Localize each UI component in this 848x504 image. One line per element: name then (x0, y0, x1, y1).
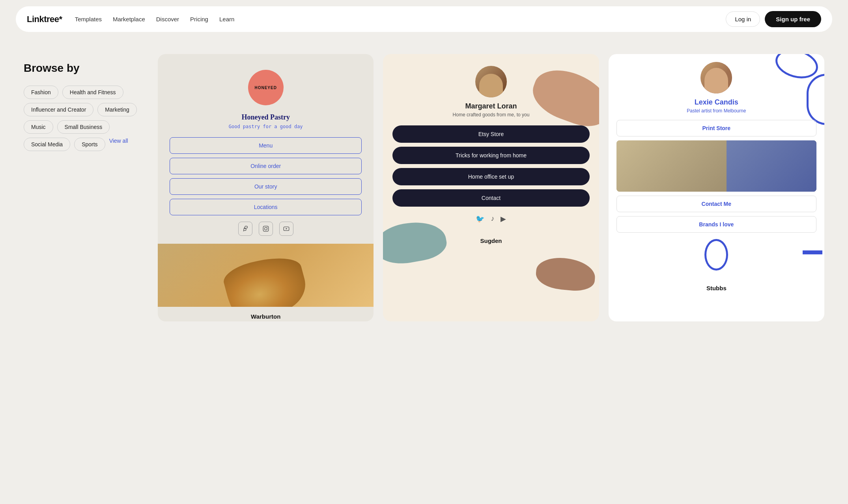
tag-list: Fashion Health and Fitness Influencer an… (24, 86, 142, 151)
navbar: Linktree* Templates Marketplace Discover… (16, 6, 832, 32)
honeyed-logo: HONEYED (248, 70, 284, 105)
tag-fashion[interactable]: Fashion (24, 86, 58, 99)
nav-link-templates[interactable]: Templates (75, 16, 102, 22)
card-2-btn-contact[interactable]: Contact (392, 189, 589, 207)
sidebar: Browse by Fashion Health and Fitness Inf… (24, 54, 142, 151)
tag-small-business[interactable]: Small Business (57, 120, 110, 134)
card-2-inner: Margaret Loran Home crafted goods from m… (383, 54, 599, 231)
card-warburton: HONEYED Honeyed Pastry Good pastry for a… (158, 54, 374, 321)
browse-title: Browse by (24, 62, 142, 75)
svg-point-2 (267, 227, 267, 228)
nav-link-discover[interactable]: Discover (156, 16, 179, 22)
youtube-icon-2[interactable]: ▶ (501, 215, 506, 223)
card-1-inner: HONEYED Honeyed Pastry Good pastry for a… (158, 54, 374, 244)
nav-links: Templates Marketplace Discover Pricing L… (75, 16, 714, 22)
tag-marketing[interactable]: Marketing (97, 103, 136, 116)
logo: Linktree* (27, 14, 62, 24)
tag-music[interactable]: Music (24, 120, 53, 134)
card-3-btn-contact[interactable]: Contact Me (616, 196, 816, 212)
svg-point-1 (264, 228, 267, 230)
login-button[interactable]: Log in (726, 11, 760, 27)
scribble-oval (704, 239, 728, 271)
card-2-footer: Sugden (383, 231, 599, 246)
card-sugden: Margaret Loran Home crafted goods from m… (383, 54, 599, 321)
card-3-footer: Stubbs (609, 278, 824, 293)
svg-rect-0 (263, 226, 268, 231)
nav-link-marketplace[interactable]: Marketplace (113, 16, 145, 22)
card-1-btn-story[interactable]: Our story (170, 178, 362, 195)
twitter-icon[interactable]: 🐦 (476, 215, 484, 223)
card-2-socials: 🐦 ♪ ▶ (476, 215, 506, 223)
croissant-image (220, 250, 311, 307)
card-1-btn-locations[interactable]: Locations (170, 199, 362, 215)
card-1-name: Honeyed Pastry (241, 113, 290, 121)
instagram-icon[interactable] (259, 222, 273, 236)
card-1-footer: Warburton (158, 307, 374, 321)
card-stubbs: Lexie Candis Pastel artist from Melbourn… (609, 54, 824, 321)
card-3-image (616, 140, 816, 192)
tag-health-fitness[interactable]: Health and Fitness (62, 86, 123, 99)
paypal-icon[interactable] (238, 222, 252, 236)
card-1-image-bottom (158, 244, 374, 307)
nav-link-learn[interactable]: Learn (219, 16, 234, 22)
tag-influencer-creator[interactable]: Influencer and Creator (24, 103, 93, 116)
signup-button[interactable]: Sign up free (765, 11, 821, 27)
youtube-icon[interactable] (279, 222, 293, 236)
view-all-link[interactable]: View all (109, 138, 128, 151)
card-3-avatar (700, 62, 732, 93)
card-3-btn-brands[interactable]: Brands I love (616, 216, 816, 233)
card-2-avatar (475, 66, 507, 97)
honeyed-logo-text: HONEYED (254, 86, 276, 90)
card-3-name: Lexie Candis (695, 98, 738, 106)
card-3-inner: Lexie Candis Pastel artist from Melbourn… (609, 54, 824, 278)
card-2-btn-tricks[interactable]: Tricks for working from home (392, 147, 589, 164)
card-3-tagline: Pastel artist from Melbourne (687, 108, 746, 114)
card-2-btn-homeoffice[interactable]: Home office set up (392, 168, 589, 185)
nav-wrapper: Linktree* Templates Marketplace Discover… (0, 0, 848, 38)
card-1-tagline: Good pastry for a good day (229, 124, 303, 129)
cards-container: HONEYED Honeyed Pastry Good pastry for a… (158, 54, 824, 321)
svg-marker-4 (286, 228, 287, 230)
brush-deco-3 (534, 256, 596, 293)
nav-actions: Log in Sign up free (726, 11, 821, 27)
card-2-btn-etsy[interactable]: Etsy Store (392, 125, 589, 143)
card-1-btn-menu[interactable]: Menu (170, 137, 362, 154)
card-1-buttons: Menu Online order Our story Locations (170, 137, 362, 215)
main-content: Browse by Fashion Health and Fitness Inf… (0, 38, 848, 345)
tag-sports[interactable]: Sports (74, 138, 105, 151)
card-2-name: Margaret Loran (465, 102, 517, 110)
card-1-btn-order[interactable]: Online order (170, 158, 362, 174)
card-2-tagline: Home crafted goods from me, to you (453, 112, 530, 118)
tag-social-media[interactable]: Social Media (24, 138, 70, 151)
card-3-link-print[interactable]: Print Store (616, 120, 816, 136)
card-1-socials (238, 222, 293, 236)
tiktok-icon[interactable]: ♪ (491, 215, 494, 223)
nav-link-pricing[interactable]: Pricing (190, 16, 208, 22)
